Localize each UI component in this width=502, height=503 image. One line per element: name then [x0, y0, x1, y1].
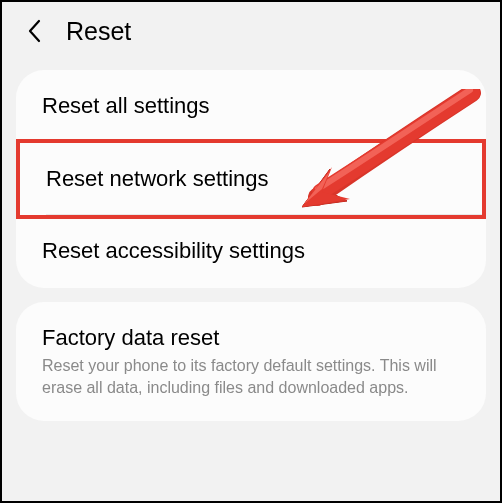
item-title: Factory data reset: [42, 324, 460, 353]
back-icon[interactable]: [22, 18, 48, 44]
factory-data-reset[interactable]: Factory data reset Reset your phone to i…: [16, 302, 486, 421]
page-header: Reset: [2, 2, 500, 60]
factory-reset-card: Factory data reset Reset your phone to i…: [16, 302, 486, 421]
item-title: Reset accessibility settings: [42, 237, 460, 266]
reset-all-settings[interactable]: Reset all settings: [16, 70, 486, 143]
item-title: Reset network settings: [46, 165, 456, 194]
item-subtitle: Reset your phone to its factory default …: [42, 355, 460, 398]
reset-accessibility-settings[interactable]: Reset accessibility settings: [16, 215, 486, 288]
item-title: Reset all settings: [42, 92, 460, 121]
page-title: Reset: [66, 17, 131, 46]
reset-network-settings[interactable]: Reset network settings: [16, 139, 486, 220]
reset-options-card: Reset all settings Reset network setting…: [16, 70, 486, 288]
